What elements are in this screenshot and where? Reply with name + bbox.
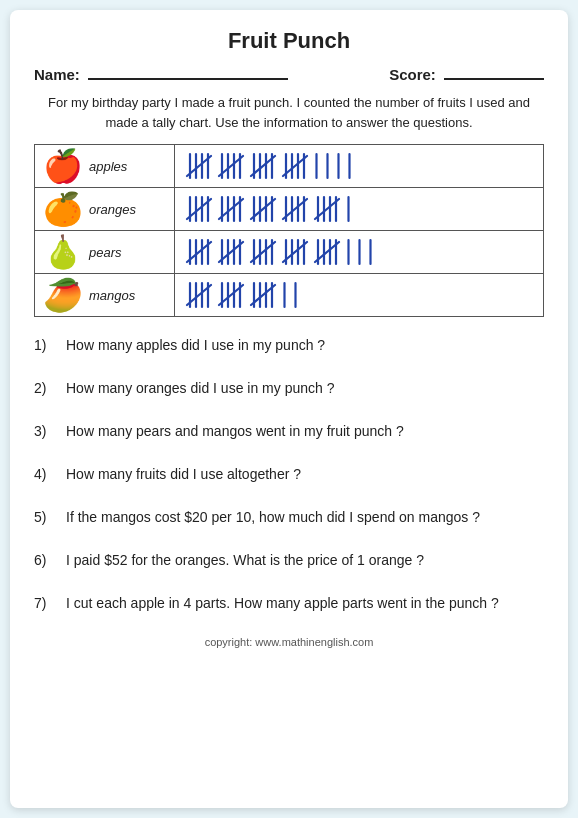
page-title: Fruit Punch xyxy=(34,28,544,54)
page: Fruit Punch Name: Score: For my birthday… xyxy=(10,10,568,808)
tally-five-mark xyxy=(185,194,213,224)
fruit-cell-oranges: 🍊oranges xyxy=(35,188,175,231)
tally-single-mark xyxy=(281,280,288,310)
tally-five-mark xyxy=(217,280,245,310)
tally-single-mark xyxy=(345,194,352,224)
question-7: 7)I cut each apple in 4 parts. How many … xyxy=(34,593,544,614)
question-text: How many apples did I use in my punch ? xyxy=(66,335,544,356)
score-field: Score: xyxy=(389,66,544,83)
tally-single-mark xyxy=(356,237,363,267)
apples-icon: 🍎 xyxy=(43,150,83,182)
tally-five-mark xyxy=(313,194,341,224)
tally-single-mark xyxy=(346,151,353,181)
tally-single-mark xyxy=(367,237,374,267)
question-text: How many fruits did I use altogether ? xyxy=(66,464,544,485)
name-field: Name: xyxy=(34,66,288,83)
question-number: 4) xyxy=(34,464,66,485)
question-3: 3)How many pears and mangos went in my f… xyxy=(34,421,544,442)
tally-five-mark xyxy=(217,194,245,224)
oranges-icon: 🍊 xyxy=(43,193,83,225)
tally-five-mark xyxy=(249,237,277,267)
question-text: I paid $52 for the oranges. What is the … xyxy=(66,550,544,571)
tally-five-mark xyxy=(313,237,341,267)
tally-single-mark xyxy=(313,151,320,181)
question-text: I cut each apple in 4 parts. How many ap… xyxy=(66,593,544,614)
question-1: 1)How many apples did I use in my punch … xyxy=(34,335,544,356)
question-text: If the mangos cost $20 per 10, how much … xyxy=(66,507,544,528)
tally-cell-mangos xyxy=(175,274,544,317)
tally-five-mark xyxy=(185,280,213,310)
intro-text: For my birthday party I made a fruit pun… xyxy=(34,93,544,132)
tally-five-mark xyxy=(217,237,245,267)
question-2: 2)How many oranges did I use in my punch… xyxy=(34,378,544,399)
fruit-cell-pears: 🍐pears xyxy=(35,231,175,274)
tally-cell-oranges xyxy=(175,188,544,231)
tally-five-mark xyxy=(249,151,277,181)
question-number: 6) xyxy=(34,550,66,571)
fruit-cell-apples: 🍎apples xyxy=(35,145,175,188)
tally-five-mark xyxy=(281,151,309,181)
tally-single-mark xyxy=(292,280,299,310)
question-number: 2) xyxy=(34,378,66,399)
copyright: copyright: www.mathinenglish.com xyxy=(34,636,544,648)
mangos-icon: 🥭 xyxy=(43,279,83,311)
oranges-label: oranges xyxy=(89,202,136,217)
fruit-cell-mangos: 🥭mangos xyxy=(35,274,175,317)
tally-cell-pears xyxy=(175,231,544,274)
tally-five-mark xyxy=(281,194,309,224)
tally-five-mark xyxy=(249,194,277,224)
tally-five-mark xyxy=(185,237,213,267)
tally-five-mark xyxy=(185,151,213,181)
question-4: 4)How many fruits did I use altogether ? xyxy=(34,464,544,485)
question-number: 5) xyxy=(34,507,66,528)
question-number: 1) xyxy=(34,335,66,356)
tally-five-mark xyxy=(217,151,245,181)
tally-single-mark xyxy=(345,237,352,267)
tally-single-mark xyxy=(335,151,342,181)
question-text: How many oranges did I use in my punch ? xyxy=(66,378,544,399)
tally-chart: 🍎apples xyxy=(34,144,544,317)
pears-icon: 🍐 xyxy=(43,236,83,268)
question-number: 3) xyxy=(34,421,66,442)
question-6: 6)I paid $52 for the oranges. What is th… xyxy=(34,550,544,571)
question-5: 5)If the mangos cost $20 per 10, how muc… xyxy=(34,507,544,528)
questions-section: 1)How many apples did I use in my punch … xyxy=(34,335,544,614)
apples-label: apples xyxy=(89,159,127,174)
tally-single-mark xyxy=(324,151,331,181)
tally-five-mark xyxy=(249,280,277,310)
tally-five-mark xyxy=(281,237,309,267)
question-number: 7) xyxy=(34,593,66,614)
question-text: How many pears and mangos went in my fru… xyxy=(66,421,544,442)
name-score-row: Name: Score: xyxy=(34,66,544,83)
mangos-label: mangos xyxy=(89,288,135,303)
tally-cell-apples xyxy=(175,145,544,188)
pears-label: pears xyxy=(89,245,122,260)
